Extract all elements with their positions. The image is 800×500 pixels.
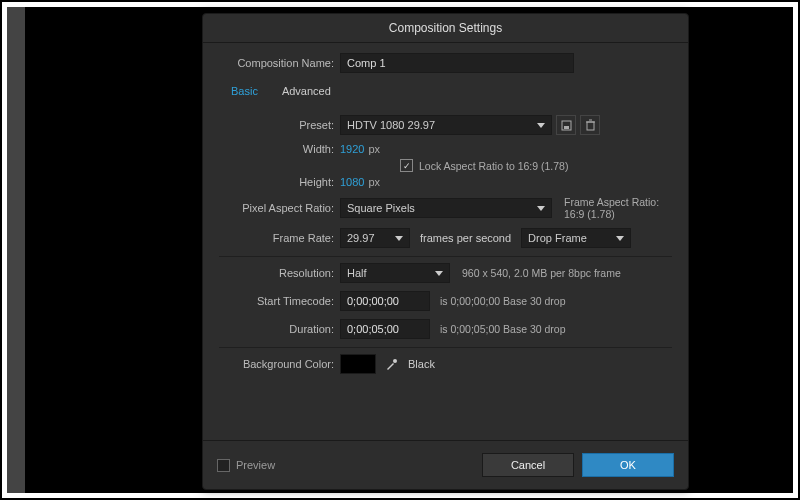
fps-value: 29.97	[347, 229, 375, 247]
lock-aspect-checkbox[interactable]: ✓	[400, 159, 413, 172]
chevron-down-icon	[395, 236, 403, 241]
tab-advanced[interactable]: Advanced	[270, 81, 343, 101]
chevron-down-icon	[435, 271, 443, 276]
delete-preset-button[interactable]	[580, 115, 600, 135]
bg-color-swatch[interactable]	[340, 354, 376, 374]
par-label: Pixel Aspect Ratio:	[219, 202, 334, 214]
far-value: 16:9 (1.78)	[564, 208, 659, 220]
height-input[interactable]: 1080	[340, 176, 364, 188]
resolution-select[interactable]: Half	[340, 263, 450, 283]
fps-suffix: frames per second	[420, 232, 511, 244]
start-tc-label: Start Timecode:	[219, 295, 334, 307]
svg-rect-1	[564, 126, 569, 129]
svg-rect-2	[587, 122, 594, 130]
height-unit: px	[368, 176, 380, 188]
save-preset-icon	[561, 120, 572, 131]
tabs: Basic Advanced	[219, 81, 672, 101]
start-tc-info: is 0;00;00;00 Base 30 drop	[440, 295, 566, 307]
bg-color-label: Background Color:	[219, 358, 334, 370]
tab-basic[interactable]: Basic	[219, 81, 270, 101]
composition-settings-dialog: Composition Settings Composition Name: C…	[202, 13, 689, 490]
chevron-down-icon	[616, 236, 624, 241]
fps-label: Frame Rate:	[219, 232, 334, 244]
comp-name-input[interactable]: Comp 1	[340, 53, 574, 73]
preview-checkbox[interactable]	[217, 459, 230, 472]
preset-select[interactable]: HDTV 1080 29.97	[340, 115, 552, 135]
preset-value: HDTV 1080 29.97	[347, 116, 435, 134]
bg-color-name: Black	[408, 358, 435, 370]
width-input[interactable]: 1920	[340, 143, 364, 155]
cancel-button[interactable]: Cancel	[482, 453, 574, 477]
frame-mode-value: Drop Frame	[528, 229, 587, 247]
eyedropper-icon	[385, 357, 399, 371]
preset-label: Preset:	[219, 119, 334, 131]
preview-toggle[interactable]: Preview	[217, 459, 275, 472]
duration-label: Duration:	[219, 323, 334, 335]
resolution-info: 960 x 540, 2.0 MB per 8bpc frame	[462, 267, 621, 279]
canvas-gutter	[7, 7, 25, 493]
svg-point-5	[393, 359, 397, 363]
start-tc-input[interactable]: 0;00;00;00	[340, 291, 430, 311]
width-label: Width:	[219, 143, 334, 155]
dialog-title: Composition Settings	[203, 14, 688, 43]
chevron-down-icon	[537, 123, 545, 128]
divider	[219, 347, 672, 348]
fps-input[interactable]: 29.97	[340, 228, 410, 248]
height-label: Height:	[219, 176, 334, 188]
eyedropper-button[interactable]	[384, 356, 400, 372]
duration-info: is 0;00;05;00 Base 30 drop	[440, 323, 566, 335]
frame-mode-select[interactable]: Drop Frame	[521, 228, 631, 248]
duration-input[interactable]: 0;00;05;00	[340, 319, 430, 339]
far-label: Frame Aspect Ratio:	[564, 196, 659, 208]
preview-label: Preview	[236, 459, 275, 471]
width-unit: px	[368, 143, 380, 155]
ok-button[interactable]: OK	[582, 453, 674, 477]
par-value: Square Pixels	[347, 199, 415, 217]
resolution-label: Resolution:	[219, 267, 334, 279]
save-preset-button[interactable]	[556, 115, 576, 135]
lock-aspect-label: Lock Aspect Ratio to 16:9 (1.78)	[419, 160, 568, 172]
resolution-value: Half	[347, 264, 367, 282]
divider	[219, 256, 672, 257]
comp-name-label: Composition Name:	[219, 57, 334, 69]
par-select[interactable]: Square Pixels	[340, 198, 552, 218]
chevron-down-icon	[537, 206, 545, 211]
trash-icon	[585, 119, 596, 131]
